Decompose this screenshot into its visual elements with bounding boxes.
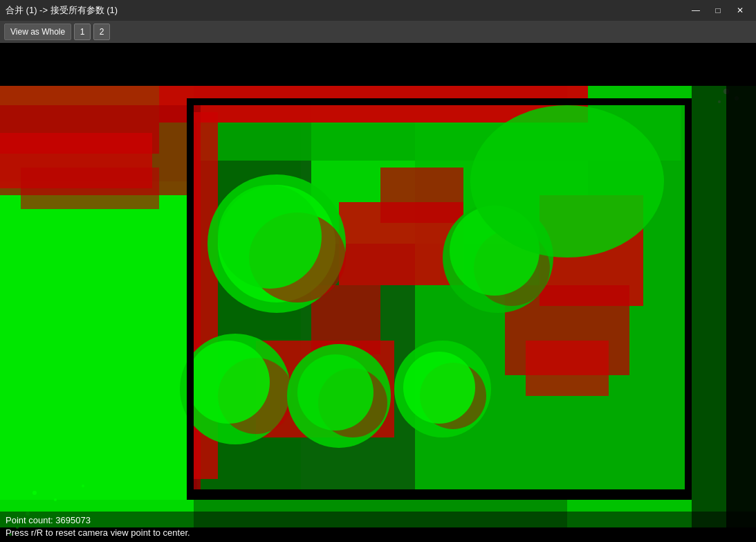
window-controls: — □ ✕ bbox=[685, 3, 750, 18]
svg-point-37 bbox=[403, 352, 475, 424]
tab-2-button[interactable]: 2 bbox=[93, 24, 110, 40]
svg-point-42 bbox=[33, 491, 37, 495]
svg-rect-3 bbox=[0, 181, 194, 527]
svg-point-41 bbox=[470, 105, 664, 258]
svg-rect-59 bbox=[0, 43, 756, 86]
minimize-button[interactable]: — bbox=[685, 3, 706, 18]
view-as-whole-button[interactable]: View as Whole bbox=[4, 24, 71, 40]
svg-rect-50 bbox=[187, 98, 194, 500]
close-button[interactable]: ✕ bbox=[730, 3, 750, 18]
svg-point-45 bbox=[82, 485, 84, 487]
svg-rect-52 bbox=[187, 489, 692, 500]
svg-rect-15 bbox=[21, 168, 159, 209]
svg-point-31 bbox=[187, 341, 270, 424]
viewport[interactable]: Point count: 3695073 Press r/R to reset … bbox=[0, 43, 756, 542]
svg-point-28 bbox=[218, 185, 322, 289]
hint-text: Press r/R to reset camera view point to … bbox=[6, 527, 750, 539]
maximize-button[interactable]: □ bbox=[708, 3, 728, 18]
toolbar: View as Whole 1 2 bbox=[0, 21, 756, 43]
svg-rect-19 bbox=[380, 168, 463, 223]
title-bar: 合并 (1) -> 接受所有参数 (1) — □ ✕ bbox=[0, 0, 756, 21]
svg-point-34 bbox=[297, 354, 374, 431]
svg-point-43 bbox=[54, 498, 57, 501]
svg-rect-51 bbox=[685, 98, 692, 500]
point-count-text: Point count: 3695073 bbox=[6, 514, 750, 527]
window-title: 合并 (1) -> 接受所有参数 (1) bbox=[6, 4, 685, 17]
tab-1-button[interactable]: 1 bbox=[74, 24, 91, 40]
svg-rect-24 bbox=[526, 341, 609, 396]
point-cloud-visualization bbox=[0, 43, 756, 542]
svg-rect-58 bbox=[726, 84, 756, 541]
svg-rect-49 bbox=[187, 98, 692, 105]
status-bar: Point count: 3695073 Press r/R to reset … bbox=[0, 512, 756, 542]
